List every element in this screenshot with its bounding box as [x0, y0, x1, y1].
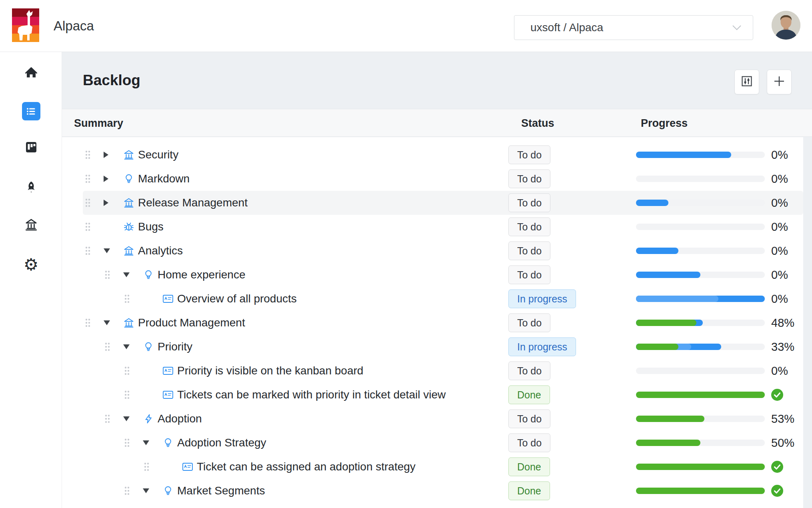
collapse-toggle-icon[interactable]: [104, 320, 110, 325]
status-badge[interactable]: To do: [508, 218, 550, 236]
drag-handle-icon[interactable]: [85, 317, 90, 329]
drag-handle-icon[interactable]: [124, 293, 130, 305]
progress-segment-green: [636, 440, 700, 446]
drag-handle-icon[interactable]: [105, 413, 110, 425]
drag-handle-icon[interactable]: [85, 197, 90, 209]
status-badge[interactable]: To do: [508, 434, 550, 452]
alpaca-logo-icon: [12, 8, 39, 42]
table-row[interactable]: Market SegmentsDone: [62, 479, 803, 503]
gear-icon: ⚙: [24, 256, 39, 273]
sidebar-item-home[interactable]: [0, 62, 62, 85]
status-badge[interactable]: Done: [508, 482, 550, 500]
progress-percent-label: 0%: [771, 364, 788, 378]
progress-percent-label: 0%: [771, 220, 788, 234]
progress-segment-lightblue: [636, 296, 718, 302]
progress-segment-green: [636, 464, 765, 470]
status-badge[interactable]: To do: [508, 146, 550, 164]
sidebar-item-projects[interactable]: [0, 214, 62, 236]
sidebar-nav: ⚙: [0, 52, 62, 508]
table-row[interactable]: Tickets can be marked with priority in t…: [62, 383, 803, 407]
table-row[interactable]: Home experienceTo do0%: [62, 263, 803, 287]
expand-toggle-icon[interactable]: [104, 152, 110, 158]
status-badge[interactable]: In progress: [508, 338, 576, 356]
status-badge[interactable]: To do: [508, 314, 550, 332]
drag-handle-icon[interactable]: [124, 365, 130, 377]
progress-bar: [636, 392, 765, 398]
table-row[interactable]: Priority is visible on the kanban boardT…: [62, 359, 803, 383]
progress-segment-green: [636, 392, 765, 398]
collapse-toggle-icon[interactable]: [123, 416, 130, 421]
drag-handle-icon[interactable]: [105, 269, 110, 281]
item-title: Security: [138, 148, 178, 161]
sidebar-item-kanban[interactable]: [0, 137, 62, 159]
status-badge[interactable]: To do: [508, 242, 550, 260]
status-badge[interactable]: Done: [508, 458, 550, 476]
status-badge[interactable]: To do: [508, 410, 550, 428]
table-row[interactable]: AdoptionTo do53%: [62, 407, 803, 431]
done-check-icon: [771, 389, 783, 401]
drag-handle-icon[interactable]: [85, 173, 90, 185]
table-row[interactable]: BugsTo do0%: [62, 215, 803, 239]
drag-handle-icon[interactable]: [105, 341, 110, 353]
kanban-board-icon: [25, 141, 38, 155]
summary-cell: Bugs: [62, 215, 164, 239]
progress-percent-label: 48%: [771, 316, 794, 330]
drag-handle-icon[interactable]: [124, 485, 130, 497]
collapse-toggle-icon[interactable]: [143, 440, 150, 445]
collapse-toggle-icon[interactable]: [143, 488, 150, 493]
bulb-icon: [143, 341, 154, 352]
status-badge[interactable]: To do: [508, 362, 550, 380]
item-title: Tickets can be marked with priority in t…: [177, 388, 446, 401]
summary-cell: Priority is visible on the kanban board: [62, 359, 363, 383]
progress-bar: [636, 344, 765, 350]
table-row[interactable]: Overview of all productsIn progress0%: [62, 287, 803, 311]
sidebar-item-settings[interactable]: ⚙: [0, 254, 62, 276]
progress-bar: [636, 224, 765, 230]
expand-toggle-icon[interactable]: [104, 200, 110, 206]
item-title: Bugs: [138, 220, 164, 233]
status-badge[interactable]: To do: [508, 194, 550, 212]
table-row[interactable]: MarkdownTo do0%: [62, 167, 803, 191]
table-row[interactable]: Ticket can be assigned an adoption strat…: [62, 455, 803, 479]
collapse-toggle-icon[interactable]: [104, 248, 110, 253]
summary-cell: Home experience: [62, 263, 245, 287]
main-content: Backlog Summary Status Progress Security…: [62, 52, 812, 508]
backlog-list-icon: [22, 102, 40, 120]
drag-handle-icon[interactable]: [85, 149, 90, 161]
sidebar-item-releases[interactable]: [0, 177, 62, 199]
expand-toggle-icon[interactable]: [104, 176, 110, 182]
sidebar-item-backlog[interactable]: [0, 100, 62, 122]
summary-cell: Markdown: [62, 167, 190, 191]
table-row[interactable]: Product ManagementTo do48%: [62, 311, 803, 335]
status-badge[interactable]: To do: [508, 170, 550, 188]
workspace-selector[interactable]: uxsoft / Alpaca: [514, 15, 753, 40]
summary-cell: Adoption: [62, 407, 202, 431]
bulb-icon: [162, 485, 174, 496]
table-row[interactable]: Adoption StrategyTo do50%: [62, 431, 803, 455]
add-item-button[interactable]: [767, 70, 792, 94]
table-row[interactable]: Release ManagementTo do0%: [62, 191, 803, 215]
status-badge[interactable]: To do: [508, 266, 550, 284]
progress-percent-label: 0%: [771, 148, 788, 162]
card-icon: [162, 365, 174, 376]
user-avatar[interactable]: [772, 11, 800, 40]
app-name: Alpaca: [54, 0, 94, 52]
drag-handle-icon[interactable]: [85, 221, 90, 233]
drag-handle-icon[interactable]: [124, 437, 130, 449]
page-title: Backlog: [83, 52, 140, 109]
done-check-icon: [771, 461, 783, 473]
drag-handle-icon[interactable]: [144, 461, 149, 473]
drag-handle-icon[interactable]: [85, 245, 90, 257]
table-row[interactable]: SecurityTo do0%: [62, 143, 803, 167]
progress-bar: [636, 200, 765, 206]
table-row[interactable]: AnalyticsTo do0%: [62, 239, 803, 263]
summary-cell: Security: [62, 143, 178, 167]
collapse-toggle-icon[interactable]: [123, 272, 130, 277]
table-header: Summary Status Progress: [62, 109, 812, 137]
status-badge[interactable]: Done: [508, 386, 550, 404]
table-row[interactable]: PriorityIn progress33%: [62, 335, 803, 359]
drag-handle-icon[interactable]: [124, 389, 130, 401]
collapse-toggle-icon[interactable]: [123, 344, 130, 349]
view-settings-button[interactable]: [734, 70, 759, 94]
status-badge[interactable]: In progress: [508, 290, 576, 308]
